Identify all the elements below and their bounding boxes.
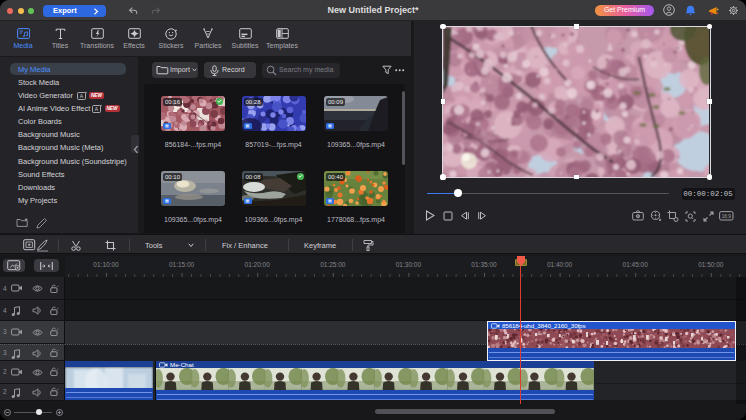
svg-text:16:9: 16:9 [722, 214, 732, 219]
svg-text:A: A [95, 106, 99, 112]
svg-text:A: A [80, 93, 84, 99]
